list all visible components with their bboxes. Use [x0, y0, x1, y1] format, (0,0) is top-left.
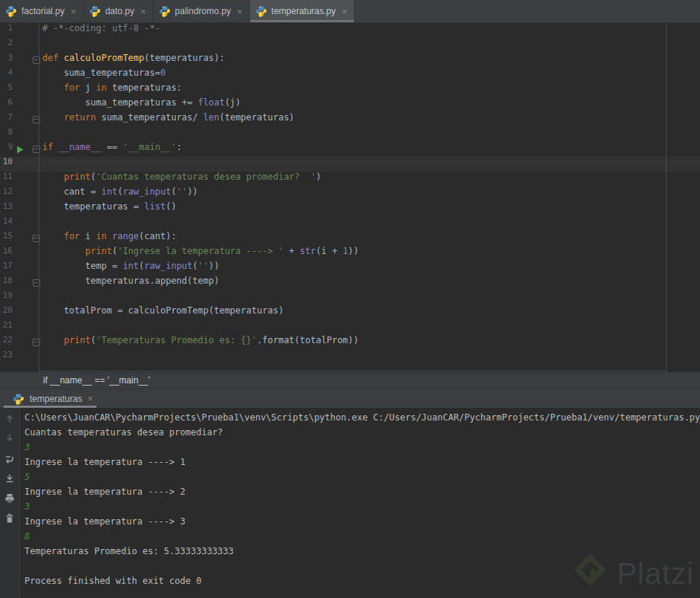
code-line: 22 print('Temperaturas Promedio es: {}'.… — [0, 335, 700, 350]
line-number: 13 — [0, 201, 13, 216]
fold-marker-icon[interactable] — [33, 146, 40, 153]
code-text: print('Cuantas temperaturas desea promed… — [42, 172, 321, 186]
code-line: 9if __name__ == '__main__': — [0, 142, 700, 157]
tab-label: temperaturas.py — [272, 6, 336, 16]
python-icon — [159, 5, 171, 17]
context-bar: if __name__ == '__main__' — [0, 372, 700, 389]
close-icon[interactable]: × — [140, 6, 146, 17]
code-text: # -*-coding: utf-8 -*- — [42, 23, 160, 38]
pycharm-window: factorial.py×dato.py×palindromo.py×tempe… — [0, 0, 700, 598]
clear-icon[interactable] — [4, 513, 16, 524]
tab-label: palindromo.py — [175, 6, 231, 16]
line-number: 1 — [0, 23, 13, 38]
python-icon — [13, 393, 24, 405]
code-line: 7 return suma_temperaturas/ len(temperat… — [0, 112, 700, 127]
platzi-watermark: Platzi — [574, 553, 694, 594]
code-line: 4 suma_temperaturas=0 — [0, 68, 700, 82]
close-icon[interactable]: × — [341, 6, 347, 17]
code-line: 18 temperaturas.append(temp) — [0, 276, 700, 290]
line-number: 23 — [0, 350, 13, 365]
code-line: 8 — [0, 127, 700, 142]
line-number: 10 — [0, 157, 13, 172]
fold-marker-icon[interactable] — [33, 116, 40, 123]
code-text: print('Temperaturas Promedio es: {}'.for… — [42, 335, 359, 350]
line-number: 7 — [0, 112, 13, 127]
code-text: cant = int(raw_input('')) — [42, 186, 198, 201]
python-icon — [89, 5, 101, 17]
run-console: C:\Users\JuanCAR\PycharmProjects\Prueba1… — [0, 408, 700, 598]
close-icon[interactable]: × — [88, 393, 94, 404]
code-line: 12 cant = int(raw_input('')) — [0, 186, 700, 201]
down-arrow-icon[interactable] — [4, 432, 16, 443]
code-line: 16 print('Ingrese la temperatura ----> '… — [0, 246, 700, 261]
python-icon — [255, 5, 267, 17]
line-number: 15 — [0, 231, 13, 246]
code-text: for i in range(cant): — [42, 231, 177, 246]
scroll-to-end-icon[interactable] — [4, 472, 16, 484]
fold-marker-icon[interactable] — [33, 279, 40, 287]
tab-label: dato.py — [105, 6, 134, 16]
code-text: if __name__ == '__main__': — [42, 142, 182, 157]
soft-wrap-icon[interactable] — [4, 455, 16, 467]
fold-marker-icon[interactable] — [33, 56, 40, 64]
line-number: 14 — [0, 216, 13, 231]
code-line: 2 — [0, 38, 700, 53]
console-line-input: 8 — [24, 531, 700, 546]
code-line: 5 for j in temperaturas: — [0, 82, 700, 97]
right-margin-guide — [666, 23, 667, 372]
line-number: 16 — [0, 246, 13, 261]
run-tab-label: temperaturas — [30, 394, 82, 404]
code-line: 1# -*-coding: utf-8 -*- — [0, 23, 700, 38]
code-line: 3def calculoPromTemp(temperaturas): — [0, 53, 700, 68]
close-icon[interactable]: × — [237, 6, 243, 17]
tab-temperaturas-py[interactable]: temperaturas.py× — [250, 0, 355, 22]
line-number: 18 — [0, 276, 13, 290]
line-number: 4 — [0, 68, 13, 82]
code-line: 23 — [0, 350, 700, 365]
code-line: 14 — [0, 216, 700, 231]
python-icon — [5, 5, 17, 17]
line-number: 12 — [0, 186, 13, 201]
up-arrow-icon[interactable] — [4, 413, 16, 425]
fold-marker-icon[interactable] — [33, 235, 40, 242]
line-number: 19 — [0, 290, 13, 305]
tab-dato-py[interactable]: dato.py× — [84, 0, 154, 22]
line-number: 2 — [0, 38, 13, 53]
line-number: 20 — [0, 305, 13, 320]
run-tab-temperaturas[interactable]: temperaturas × — [13, 393, 93, 405]
code-text: temperaturas.append(temp) — [42, 276, 219, 290]
code-line: 6 suma_temperaturas += float(j) — [0, 97, 700, 112]
platzi-wordmark: Platzi — [617, 557, 694, 591]
context-text: if __name__ == '__main__' — [0, 375, 150, 386]
code-text: totalProm = calculoPromTemp(temperaturas… — [42, 305, 284, 320]
code-text: return suma_temperaturas/ len(temperatur… — [42, 112, 295, 127]
platzi-logo-icon — [574, 553, 606, 594]
code-line: 15 for i in range(cant): — [0, 231, 700, 246]
console-line-stdout: Cuantas temperaturas desea promediar? — [24, 427, 700, 442]
code-text: for j in temperaturas: — [42, 82, 182, 97]
line-number: 5 — [0, 82, 13, 97]
code-text: suma_temperaturas=0 — [42, 68, 166, 82]
editor-tab-bar: factorial.py×dato.py×palindromo.py×tempe… — [0, 0, 700, 23]
line-number: 9 — [0, 142, 13, 157]
code-text: print('Ingrese la temperatura ----> ' + … — [42, 246, 359, 261]
fold-marker-icon[interactable] — [33, 339, 40, 346]
code-text: def calculoPromTemp(temperaturas): — [42, 53, 225, 68]
tab-factorial-py[interactable]: factorial.py× — [0, 0, 84, 22]
run-arrow-icon[interactable] — [16, 146, 24, 154]
code-text: suma_temperaturas += float(j) — [42, 97, 241, 112]
code-editor[interactable]: 1# -*-coding: utf-8 -*-23def calculoProm… — [0, 23, 700, 372]
line-number: 11 — [0, 172, 13, 186]
code-line: 17 temp = int(raw_input('')) — [0, 261, 700, 276]
line-number: 21 — [0, 320, 13, 335]
code-line: 13 temperaturas = list() — [0, 201, 700, 216]
tab-palindromo-py[interactable]: palindromo.py× — [154, 0, 250, 22]
console-line-stdout: C:\Users\JuanCAR\PycharmProjects\Prueba1… — [24, 412, 700, 427]
close-icon[interactable]: × — [71, 6, 76, 17]
print-icon[interactable] — [4, 493, 16, 504]
code-line: 20 totalProm = calculoPromTemp(temperatu… — [0, 305, 700, 320]
code-line: 11 print('Cuantas temperaturas desea pro… — [0, 172, 700, 186]
line-number: 17 — [0, 261, 13, 276]
line-number: 6 — [0, 97, 13, 112]
console-toolbar — [0, 408, 20, 598]
